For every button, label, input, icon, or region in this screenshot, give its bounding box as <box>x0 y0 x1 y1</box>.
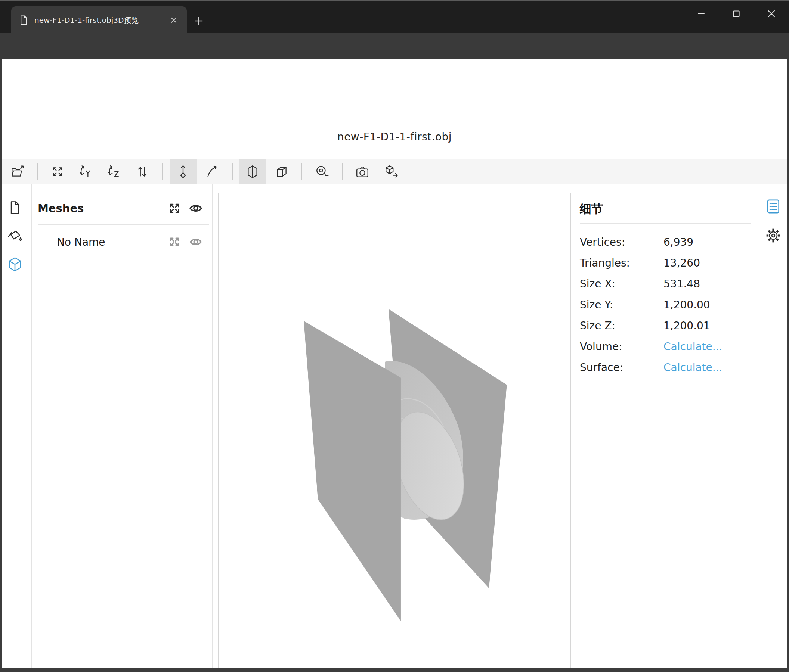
detail-value: 6,939 <box>663 236 693 248</box>
up-direction-button[interactable] <box>169 159 196 184</box>
toolbar-divider <box>37 163 38 180</box>
detail-value: 1,200.01 <box>663 320 710 332</box>
window-edge-right <box>787 59 789 672</box>
calculate-volume-link[interactable]: Calculate... <box>663 341 722 353</box>
details-panel-title: 细节 <box>580 201 603 217</box>
shaded-view-button[interactable] <box>239 159 266 184</box>
materials-tab[interactable] <box>5 226 26 247</box>
model-viewport[interactable] <box>218 193 571 672</box>
tab-close-icon[interactable] <box>168 14 180 27</box>
close-window-button[interactable] <box>754 2 789 25</box>
zoom-to-all-icon[interactable] <box>167 201 182 216</box>
detail-label: Size Z: <box>580 320 615 332</box>
maximize-button[interactable] <box>719 2 754 25</box>
detail-label: Size X: <box>580 278 615 290</box>
wireframe-view-button[interactable] <box>268 159 295 184</box>
page-title: new-F1-D1-1-first.obj <box>0 131 789 143</box>
window-edge-left <box>0 59 2 672</box>
toolbar-divider <box>302 163 302 180</box>
detail-label: Vertices: <box>580 236 625 248</box>
meshes-panel-divider <box>212 184 213 672</box>
model-canvas <box>219 193 570 672</box>
page-content: new-F1-D1-1-first.obj <box>0 59 789 672</box>
details-row: Size Y: 1,200.00 <box>580 299 755 314</box>
details-row: Surface: Calculate... <box>580 361 755 376</box>
visibility-all-eye-icon[interactable] <box>188 201 203 216</box>
screenshot-button[interactable] <box>349 159 376 184</box>
detail-value: 13,260 <box>663 257 700 269</box>
browser-navbar: https://file.kkview.cn/onlinePreview?url… <box>0 33 789 59</box>
toolbar-divider <box>342 163 343 180</box>
trajectory-button[interactable] <box>198 159 225 184</box>
flip-vertical-button[interactable] <box>129 159 156 184</box>
detail-label: Volume: <box>580 341 622 353</box>
tab-strip: new-F1-D1-1-first.obj3D预览 <box>0 0 789 33</box>
meshes-tab[interactable] <box>5 254 26 275</box>
settings-gear-icon[interactable] <box>763 225 784 246</box>
fit-view-button[interactable] <box>44 159 71 184</box>
right-strip-divider <box>759 184 759 672</box>
details-tab[interactable] <box>763 196 784 217</box>
detail-value: 1,200.00 <box>663 299 710 311</box>
details-row: Size X: 531.48 <box>580 278 755 293</box>
mesh-visibility-eye-icon[interactable] <box>188 234 203 249</box>
toolbar-divider <box>232 163 233 180</box>
rotate-z-button[interactable] <box>101 159 128 184</box>
minimize-button[interactable] <box>684 2 719 25</box>
measure-button[interactable] <box>308 159 335 184</box>
details-row: Vertices: 6,939 <box>580 236 755 251</box>
file-info-tab[interactable] <box>5 197 26 218</box>
window-controls <box>684 2 789 25</box>
mesh-list-item[interactable]: No Name <box>57 236 105 248</box>
detail-label: Surface: <box>580 361 623 374</box>
left-strip-divider <box>31 184 32 672</box>
details-row: Volume: Calculate... <box>580 341 755 355</box>
open-file-button[interactable] <box>4 159 30 184</box>
tab-active[interactable]: new-F1-D1-1-first.obj3D预览 <box>11 6 187 34</box>
window-edge-bottom <box>0 668 789 672</box>
detail-label: Triangles: <box>580 257 630 269</box>
details-row: Size Z: 1,200.01 <box>580 320 755 334</box>
meshes-header-divider <box>38 225 209 225</box>
details-row: Triangles: 13,260 <box>580 257 755 272</box>
calculate-surface-link[interactable]: Calculate... <box>663 361 722 374</box>
tab-favicon-icon <box>18 14 29 26</box>
rotate-y-button[interactable] <box>72 159 99 184</box>
export-model-button[interactable] <box>378 159 405 184</box>
detail-value: 531.48 <box>663 278 700 290</box>
browser-window: new-F1-D1-1-first.obj3D预览 <box>0 0 789 672</box>
detail-label: Size Y: <box>580 299 613 311</box>
tab-title: new-F1-D1-1-first.obj3D预览 <box>34 15 162 25</box>
new-tab-button[interactable] <box>191 13 206 29</box>
toolbar-divider <box>162 163 163 180</box>
details-header-divider <box>580 223 751 224</box>
zoom-to-mesh-icon[interactable] <box>167 234 182 249</box>
viewer-toolbar <box>2 159 787 184</box>
meshes-panel-title: Meshes <box>38 202 84 215</box>
